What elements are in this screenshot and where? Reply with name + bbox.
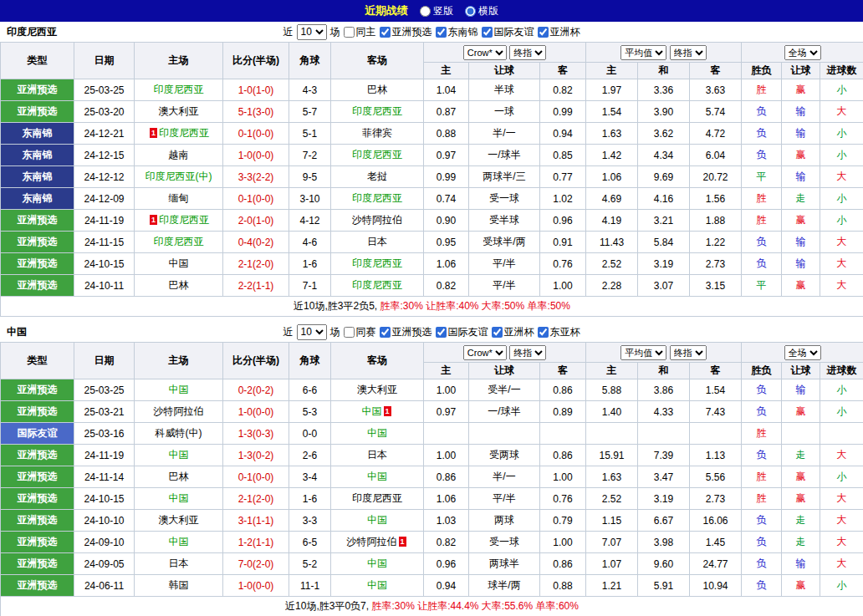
final-odds-select[interactable]: 终指 (670, 345, 707, 360)
view-option-vertical[interactable]: 竖版 (420, 4, 453, 18)
score-cell[interactable]: 2-0(1-0) (223, 210, 289, 232)
final-odds-select[interactable]: 终指 (670, 45, 707, 60)
home-team-cell[interactable]: 澳大利亚 (135, 510, 223, 532)
competition-checkbox[interactable] (538, 27, 549, 38)
home-team-cell[interactable]: 中国 (135, 445, 223, 466)
home-team-cell[interactable]: 1印度尼西亚 (135, 210, 223, 232)
away-team-cell[interactable]: 沙特阿拉伯 (331, 210, 424, 232)
away-team-cell[interactable]: 老挝 (331, 166, 424, 188)
ah-away-odds-cell: 0.85 (540, 145, 586, 166)
away-team-cell[interactable]: 澳大利亚 (331, 379, 424, 401)
home-team-cell[interactable]: 澳大利亚 (135, 101, 223, 123)
away-team-cell[interactable]: 中国 (331, 423, 424, 445)
same-competition-checkbox[interactable] (344, 327, 355, 338)
home-team-cell[interactable]: 巴林 (135, 275, 223, 297)
competition-checkbox[interactable] (436, 327, 447, 338)
competition-filter[interactable]: 亚洲预选 (380, 325, 432, 339)
same-home-filter[interactable]: 同主 (344, 25, 376, 39)
vertical-layout-radio[interactable] (420, 6, 431, 17)
away-team-cell[interactable]: 印度尼西亚 (331, 145, 424, 166)
competition-checkbox[interactable] (492, 327, 503, 338)
horizontal-layout-radio[interactable] (465, 6, 476, 17)
competition-filter[interactable]: 国际友谊 (482, 25, 534, 39)
average-odds-select[interactable]: 平均值 (620, 45, 666, 60)
score-cell[interactable]: 1-2(1-1) (223, 532, 289, 553)
home-team-cell[interactable]: 中国 (135, 379, 223, 401)
home-team-cell[interactable]: 日本 (135, 553, 223, 575)
away-team-cell[interactable]: 沙特阿拉伯1 (331, 532, 424, 553)
home-team-cell[interactable]: 越南 (135, 145, 223, 166)
competition-checkbox[interactable] (482, 27, 493, 38)
home-team-cell[interactable]: 中国 (135, 488, 223, 510)
final-odds-select[interactable]: 终指 (509, 345, 546, 360)
away-team-cell[interactable]: 中国 (331, 466, 424, 488)
score-cell[interactable]: 1-0(0-0) (223, 575, 289, 597)
home-team-cell[interactable]: 沙特阿拉伯 (135, 401, 223, 423)
recent-count-select[interactable]: 10 (297, 324, 327, 340)
away-team-cell[interactable]: 印度尼西亚 (331, 275, 424, 297)
recent-count-select[interactable]: 10 (297, 24, 327, 40)
score-cell[interactable]: 1-0(0-0) (223, 401, 289, 423)
fullmatch-select[interactable]: 全场 (784, 45, 821, 60)
score-cell[interactable]: 1-0(1-0) (223, 79, 289, 101)
bookmaker-select[interactable]: Crow* (463, 45, 507, 60)
home-team-cell[interactable]: 中国 (135, 253, 223, 275)
home-team-cell[interactable]: 印度尼西亚 (135, 79, 223, 101)
away-team-cell[interactable]: 中国 (331, 575, 424, 597)
competition-filter[interactable]: 亚洲杯 (492, 325, 534, 339)
home-team-cell[interactable]: 科威特(中) (135, 423, 223, 445)
competition-filter[interactable]: 东南锦 (436, 25, 478, 39)
score-cell[interactable]: 2-1(2-0) (223, 488, 289, 510)
away-team-cell[interactable]: 印度尼西亚 (331, 188, 424, 210)
competition-checkbox[interactable] (380, 27, 391, 38)
same-home-checkbox[interactable] (344, 27, 355, 38)
score-cell[interactable]: 2-2(1-1) (223, 275, 289, 297)
score-cell[interactable]: 2-1(2-0) (223, 253, 289, 275)
home-team-cell[interactable]: 中国 (135, 532, 223, 553)
competition-filter[interactable]: 东亚杯 (538, 325, 580, 339)
home-team-cell[interactable]: 印度尼西亚(中) (135, 166, 223, 188)
bookmaker-select[interactable]: Crow* (463, 345, 507, 360)
score-cell[interactable]: 5-1(3-0) (223, 101, 289, 123)
home-team-cell[interactable]: 1印度尼西亚 (135, 123, 223, 145)
away-team-cell[interactable]: 中国1 (331, 401, 424, 423)
score-cell[interactable]: 0-1(0-0) (223, 466, 289, 488)
score-cell[interactable]: 7-0(2-0) (223, 553, 289, 575)
score-cell[interactable]: 1-3(0-2) (223, 445, 289, 466)
final-odds-select[interactable]: 终指 (509, 45, 546, 60)
away-team-cell[interactable]: 日本 (331, 232, 424, 253)
home-team-cell[interactable]: 韩国 (135, 575, 223, 597)
home-team-cell[interactable]: 缅甸 (135, 188, 223, 210)
score-cell[interactable]: 3-1(1-1) (223, 510, 289, 532)
summary-segment: 近10场,胜3平2负5, (294, 300, 380, 312)
away-team-cell[interactable]: 中国 (331, 553, 424, 575)
date-cell: 24-12-15 (74, 145, 135, 166)
competition-filter[interactable]: 国际友谊 (436, 325, 488, 339)
score-cell[interactable]: 1-0(0-0) (223, 145, 289, 166)
score-cell[interactable]: 0-1(0-0) (223, 123, 289, 145)
away-team-cell[interactable]: 印度尼西亚 (331, 253, 424, 275)
home-team-cell[interactable]: 印度尼西亚 (135, 232, 223, 253)
same-competition-filter[interactable]: 同赛 (344, 325, 376, 339)
score-cell[interactable]: 1-3(0-3) (223, 423, 289, 445)
average-odds-select[interactable]: 平均值 (620, 345, 666, 360)
competition-filter[interactable]: 亚洲杯 (538, 25, 580, 39)
score-cell[interactable]: 0-2(0-2) (223, 379, 289, 401)
away-team-cell[interactable]: 巴林 (331, 79, 424, 101)
away-team-cell[interactable]: 中国 (331, 510, 424, 532)
score-cell[interactable]: 0-4(0-2) (223, 232, 289, 253)
score-cell[interactable]: 0-1(0-0) (223, 188, 289, 210)
competition-checkbox[interactable] (538, 327, 549, 338)
competition-checkbox[interactable] (380, 327, 391, 338)
competition-filter[interactable]: 亚洲预选 (380, 25, 432, 39)
away-team-cell[interactable]: 日本 (331, 445, 424, 466)
fullmatch-select[interactable]: 全场 (784, 345, 821, 360)
away-team-cell[interactable]: 印度尼西亚 (331, 101, 424, 123)
away-team-cell[interactable]: 印度尼西亚 (331, 488, 424, 510)
away-team-cell[interactable]: 菲律宾 (331, 123, 424, 145)
competition-checkbox[interactable] (436, 27, 447, 38)
date-cell: 24-10-15 (74, 488, 135, 510)
score-cell[interactable]: 3-3(2-2) (223, 166, 289, 188)
home-team-cell[interactable]: 巴林 (135, 466, 223, 488)
view-option-horizontal[interactable]: 横版 (465, 4, 498, 18)
